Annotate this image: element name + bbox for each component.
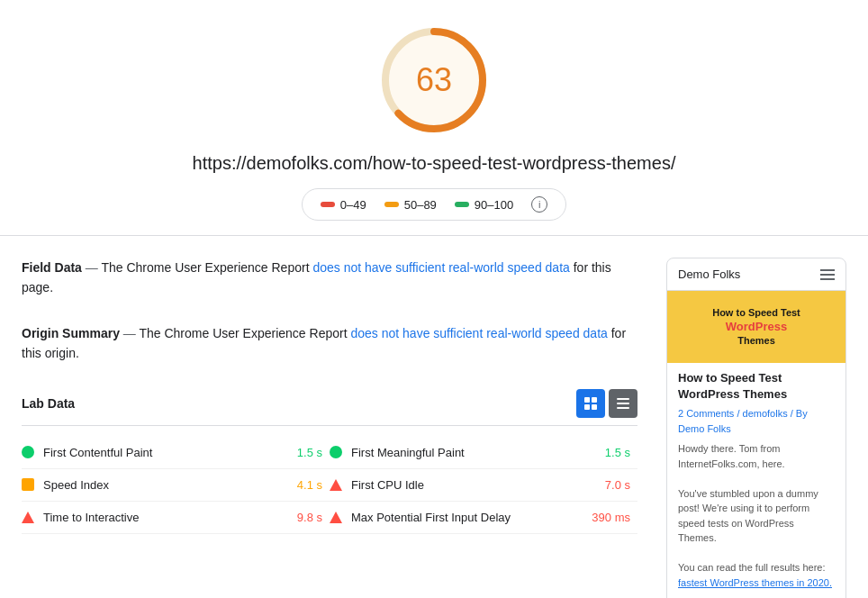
metric-indicator-si: [22, 478, 34, 491]
legend-info-icon[interactable]: i: [531, 196, 547, 213]
origin-desc: The Chrome User Experience Report: [139, 326, 350, 340]
legend-dot-green: [455, 202, 469, 207]
preview-body-link[interactable]: fastest WordPress themes in 2020.: [678, 577, 832, 588]
metric-indicator-fcp: [22, 446, 34, 458]
field-data-section: Field Data — The Chrome User Experience …: [22, 258, 637, 298]
field-data-desc: The Chrome User Experience Report: [101, 260, 312, 275]
legend-dot-orange: [384, 202, 399, 207]
list-view-icon: [616, 396, 630, 411]
legend-dot-red: [321, 202, 335, 207]
preview-body-line3-text: You can read the full results here:: [678, 562, 825, 573]
metrics-grid: First Contentful Paint 1.5 s First Meani…: [22, 437, 637, 534]
score-value: 63: [416, 61, 452, 99]
toggle-card-btn[interactable]: [576, 389, 605, 418]
metric-name-fcp: First Contentful Paint: [43, 446, 288, 459]
preview-header: Demo Folks: [667, 258, 845, 291]
metric-name-fmp: First Meaningful Paint: [351, 446, 596, 459]
preview-body-line1: Howdy there. Tom from InternetFolks.com,…: [678, 441, 835, 471]
metric-value-si: 4.1 s: [297, 478, 330, 492]
lab-data-title: Lab Data: [22, 396, 75, 411]
preview-image-line2: WordPress: [712, 320, 800, 335]
main-content: Field Data — The Chrome User Experience …: [0, 236, 868, 598]
legend-label-red: 0–49: [340, 198, 366, 212]
preview-meta: 2 Comments / demofolks / By Demo Folks: [678, 406, 835, 436]
preview-site-name: Demo Folks: [678, 267, 740, 281]
metric-fci: First CPU Idle 7.0 s: [330, 469, 637, 502]
score-legend: 0–49 50–89 90–100 i: [302, 188, 566, 221]
right-panel: Demo Folks How to Speed Test WordPress T…: [666, 258, 846, 598]
menu-line-3: [820, 278, 835, 280]
score-section: 63 https://demofolks.com/how-to-speed-te…: [0, 0, 868, 235]
metric-value-fcp: 1.5 s: [297, 446, 330, 459]
toggle-list-btn[interactable]: [609, 389, 637, 418]
left-panel: Field Data — The Chrome User Experience …: [22, 258, 666, 598]
metric-indicator-fmp: [330, 446, 342, 458]
svg-rect-4: [584, 404, 590, 410]
legend-item-green: 90–100: [455, 198, 513, 212]
legend-item-orange: 50–89: [384, 198, 437, 212]
svg-rect-6: [617, 398, 629, 400]
view-toggle: [576, 389, 637, 418]
preview-body-line2: You've stumbled upon a dummy post! We're…: [678, 486, 835, 546]
origin-dash: —: [123, 326, 140, 340]
preview-image: How to Speed Test WordPress Themes: [667, 291, 845, 363]
metric-indicator-mpfid: [330, 512, 342, 523]
origin-summary-link[interactable]: does not have sufficient real-world spee…: [350, 326, 607, 340]
menu-line-1: [820, 269, 835, 271]
preview-post-title: How to Speed Test WordPress Themes: [678, 370, 835, 403]
metric-indicator-tti: [22, 512, 34, 523]
preview-card: Demo Folks How to Speed Test WordPress T…: [666, 258, 846, 598]
preview-image-line1: How to Speed Test: [712, 306, 800, 319]
card-view-icon: [583, 396, 598, 411]
svg-rect-8: [617, 407, 629, 409]
metric-si: Speed Index 4.1 s: [22, 469, 330, 502]
svg-rect-3: [592, 397, 597, 403]
field-data-paragraph: Field Data — The Chrome User Experience …: [22, 258, 637, 298]
metric-value-fmp: 1.5 s: [605, 446, 637, 459]
preview-body-line3: You can read the full results here: fast…: [678, 560, 835, 590]
svg-rect-7: [617, 403, 629, 404]
metric-value-tti: 9.8 s: [297, 511, 330, 524]
metric-fcp: First Contentful Paint 1.5 s: [22, 437, 330, 469]
lab-data-header: Lab Data: [22, 389, 637, 426]
metric-indicator-fci: [330, 479, 342, 491]
preview-body: How to Speed Test WordPress Themes 2 Com…: [667, 363, 845, 598]
legend-label-green: 90–100: [475, 198, 513, 212]
metric-value-mpfid: 390 ms: [592, 511, 637, 524]
metric-name-fci: First CPU Idle: [351, 478, 596, 492]
score-circle: 63: [375, 22, 493, 139]
metric-name-tti: Time to Interactive: [43, 511, 288, 524]
lab-data-section: Lab Data: [22, 389, 637, 534]
svg-rect-5: [592, 404, 597, 410]
field-data-link[interactable]: does not have sufficient real-world spee…: [312, 260, 569, 275]
svg-rect-2: [584, 397, 590, 403]
metric-value-fci: 7.0 s: [605, 478, 637, 492]
field-data-dash: —: [86, 260, 102, 275]
origin-summary-paragraph: Origin Summary — The Chrome User Experie…: [22, 323, 637, 364]
metric-tti: Time to Interactive 9.8 s: [22, 502, 330, 534]
preview-image-text: How to Speed Test WordPress Themes: [712, 306, 800, 347]
origin-summary-section: Origin Summary — The Chrome User Experie…: [22, 323, 637, 364]
legend-item-red: 0–49: [321, 198, 366, 212]
metric-mpfid: Max Potential First Input Delay 390 ms: [330, 502, 637, 534]
metric-name-si: Speed Index: [43, 478, 288, 492]
field-data-title: Field Data: [22, 260, 82, 275]
preview-menu-icon[interactable]: [820, 269, 835, 280]
page-url: https://demofolks.com/how-to-speed-test-…: [193, 153, 676, 174]
metric-name-mpfid: Max Potential First Input Delay: [351, 511, 583, 524]
legend-label-orange: 50–89: [404, 198, 437, 212]
metric-fmp: First Meaningful Paint 1.5 s: [330, 437, 637, 469]
menu-line-2: [820, 274, 835, 276]
origin-summary-title: Origin Summary: [22, 326, 120, 340]
preview-image-line3: Themes: [712, 334, 800, 347]
